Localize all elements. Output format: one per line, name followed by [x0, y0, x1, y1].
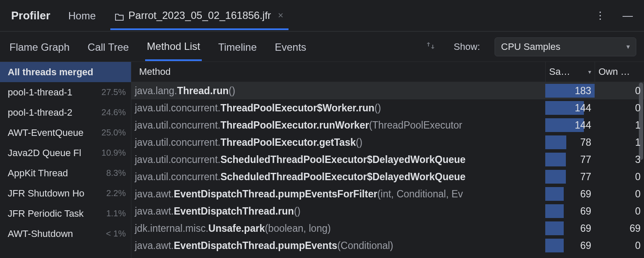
content-area: All threads mergedpool-1-thread-127.5%po…: [0, 62, 644, 258]
own-cell: 1: [595, 134, 644, 151]
thread-item[interactable]: AppKit Thread8.3%: [0, 163, 131, 183]
tab-home[interactable]: Home: [64, 2, 100, 29]
subtab-timeline[interactable]: Timeline: [216, 34, 258, 60]
subtab-events[interactable]: Events: [273, 34, 308, 60]
samples-cell: 78: [545, 134, 595, 151]
thread-pct: 2.2%: [104, 188, 126, 198]
subtab-method-list[interactable]: Method List: [145, 33, 202, 61]
thread-item[interactable]: Java2D Queue Fl10.9%: [0, 143, 131, 163]
thread-item[interactable]: AWT-EventQueue25.0%: [0, 123, 131, 143]
thread-name: AWT-Shutdown: [8, 228, 104, 240]
column-own[interactable]: Own …: [595, 62, 644, 82]
method-cell: java.awt.EventDispatchThread.run(): [131, 206, 545, 217]
thread-name: JFR Periodic Task: [8, 208, 104, 219]
file-tab-label: Parrot_2023_05_02_161856.jfr: [128, 9, 271, 22]
samples-cell: 69: [545, 185, 595, 203]
thread-name: Java2D Queue Fl: [8, 147, 100, 159]
method-cell: java.awt.EventDispatchThread.pumpEvents(…: [131, 240, 545, 252]
own-cell: 0: [595, 82, 644, 99]
thread-item[interactable]: All threads merged: [0, 62, 131, 82]
thread-pct: < 1%: [104, 229, 126, 239]
table-row[interactable]: java.awt.EventDispatchThread.run()690: [131, 203, 644, 220]
table-body: java.lang.Thread.run()1830java.util.conc…: [131, 82, 644, 258]
tab-file[interactable]: Parrot_2023_05_02_161856.jfr ×: [110, 2, 289, 30]
more-icon[interactable]: ⋮: [592, 9, 609, 22]
own-cell: 0: [595, 185, 644, 203]
top-bar: Profiler Home Parrot_2023_05_02_161856.j…: [0, 0, 644, 32]
thread-item[interactable]: pool-1-thread-224.6%: [0, 102, 131, 123]
thread-item[interactable]: JFR Periodic Task1.1%: [0, 203, 131, 224]
method-cell: java.util.concurrent.ScheduledThreadPool…: [131, 154, 545, 166]
method-cell: java.util.concurrent.ThreadPoolExecutor.…: [131, 120, 545, 131]
own-cell: 0: [595, 237, 644, 254]
thread-name: AppKit Thread: [8, 168, 104, 179]
table-header: Method Sa… ▾ Own …: [131, 62, 644, 82]
thread-pct: 1.1%: [104, 209, 126, 218]
show-label: Show:: [454, 41, 480, 52]
swap-icon[interactable]: [422, 40, 439, 53]
method-cell: java.util.concurrent.ThreadPoolExecutor$…: [131, 102, 545, 114]
thread-name: AWT-EventQueue: [8, 127, 100, 138]
subtab-bar: Flame GraphCall TreeMethod ListTimelineE…: [0, 32, 644, 62]
samples-cell: 77: [545, 151, 595, 168]
table-row[interactable]: java.lang.Thread.run()1830: [131, 82, 644, 99]
own-cell: 0: [595, 203, 644, 220]
table-row[interactable]: jdk.internal.misc.Unsafe.park(boolean, l…: [131, 220, 644, 237]
thread-pct: 10.9%: [100, 148, 126, 158]
column-method[interactable]: Method: [131, 66, 545, 77]
method-cell: java.awt.EventDispatchThread.pumpEventsF…: [131, 188, 545, 200]
subtab-call-tree[interactable]: Call Tree: [86, 34, 131, 60]
folder-icon: [115, 12, 124, 19]
thread-item[interactable]: pool-1-thread-127.5%: [0, 82, 131, 102]
own-cell: 69: [595, 220, 644, 237]
samples-cell: 183: [545, 82, 595, 99]
table-row[interactable]: java.util.concurrent.ThreadPoolExecutor.…: [131, 117, 644, 134]
own-cell: 0: [595, 99, 644, 117]
thread-name: JFR Shutdown Ho: [8, 188, 104, 199]
own-cell: 3: [595, 151, 644, 168]
method-table: Method Sa… ▾ Own … java.lang.Thread.run(…: [131, 62, 644, 258]
own-cell: 0: [595, 168, 644, 185]
profiler-title: Profiler: [8, 9, 54, 22]
thread-pct: 8.3%: [104, 168, 126, 178]
method-cell: java.lang.Thread.run(): [131, 85, 545, 97]
samples-cell: 69: [545, 220, 595, 237]
thread-pct: 24.6%: [100, 108, 126, 117]
thread-pct: 25.0%: [100, 128, 126, 138]
samples-cell: 69: [545, 237, 595, 254]
table-row[interactable]: java.awt.EventDispatchThread.pumpEvents(…: [131, 237, 644, 254]
thread-pct: 27.5%: [100, 87, 126, 97]
method-cell: jdk.internal.misc.Unsafe.park(boolean, l…: [131, 223, 545, 234]
own-cell: 1: [595, 117, 644, 134]
method-cell: java.util.concurrent.ScheduledThreadPool…: [131, 171, 545, 183]
samples-cell: 144: [545, 99, 595, 117]
samples-cell: 144: [545, 117, 595, 134]
thread-item[interactable]: JFR Shutdown Ho2.2%: [0, 183, 131, 203]
table-row[interactable]: java.util.concurrent.ScheduledThreadPool…: [131, 151, 644, 168]
dropdown-value: CPU Samples: [501, 41, 560, 52]
thread-name: pool-1-thread-2: [8, 107, 100, 118]
table-row[interactable]: java.awt.EventDispatchThread.pumpEventsF…: [131, 185, 644, 203]
samples-cell: 69: [545, 203, 595, 220]
thread-name: pool-1-thread-1: [8, 87, 100, 98]
table-row[interactable]: java.util.concurrent.ScheduledThreadPool…: [131, 168, 644, 185]
sort-desc-icon: ▾: [588, 68, 591, 75]
thread-item[interactable]: AWT-Shutdown< 1%: [0, 224, 131, 244]
samples-cell: 77: [545, 168, 595, 185]
table-row[interactable]: java.util.concurrent.ThreadPoolExecutor.…: [131, 134, 644, 151]
close-icon[interactable]: ×: [275, 10, 286, 21]
minimize-icon[interactable]: —: [619, 9, 636, 22]
column-samples[interactable]: Sa… ▾: [545, 62, 595, 82]
thread-name: All threads merged: [8, 67, 126, 78]
method-cell: java.util.concurrent.ThreadPoolExecutor.…: [131, 137, 545, 148]
subtab-flame-graph[interactable]: Flame Graph: [8, 34, 71, 60]
thread-sidebar: All threads mergedpool-1-thread-127.5%po…: [0, 62, 131, 258]
chevron-down-icon: ▾: [626, 43, 630, 51]
show-dropdown[interactable]: CPU Samples ▾: [495, 37, 636, 56]
table-row[interactable]: java.util.concurrent.ThreadPoolExecutor$…: [131, 99, 644, 117]
